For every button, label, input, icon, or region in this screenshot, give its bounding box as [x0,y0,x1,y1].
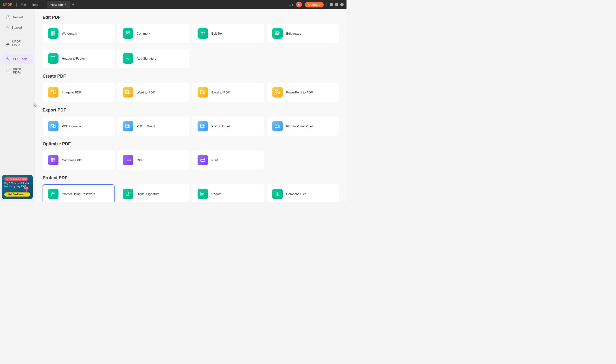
svg-rect-69 [126,158,127,159]
pdf-to-image-icon [48,121,58,131]
tool-watermark[interactable]: Watermark [42,24,114,43]
pdf-to-word-label: PDF to Word [137,124,155,128]
nav-file[interactable]: File [19,2,28,7]
edit-text-icon: T [197,28,208,39]
tool-edit-image[interactable]: Edit Image [267,24,339,43]
add-signature-icon [123,53,133,64]
upgrade-button[interactable]: Upgrade [305,2,324,7]
tool-pdf-to-word[interactable]: W PDF to Word [117,117,189,136]
watermark-label: Watermark [62,32,77,35]
tool-pdf-to-image[interactable]: PDF to Image [42,117,114,136]
tool-compare-files[interactable]: Compare Files [267,184,339,202]
print-label: Print [211,158,218,162]
comment-icon [123,28,133,39]
titlebar: UPDF | File Help New Tab × + 1 ▾ U Upgra… [0,0,347,9]
tab-add-button[interactable]: + [70,1,76,8]
compare-files-label: Compare Files [286,192,307,196]
ocr-icon: OCR [123,155,133,165]
app-body: 🕐 Recent ☆ Starred ☁ UPDF Cloud 🔧 PDF To… [0,9,347,202]
export-pdf-title: Export PDF [42,108,339,113]
recent-icon: 🕐 [6,15,11,19]
window-controls: — □ × [330,3,344,6]
version-number: 1 [289,3,291,6]
svg-text:W: W [128,126,130,128]
sidebar-item-updf-cloud[interactable]: ☁ UPDF Cloud [2,37,33,49]
add-signature-label: Add Signature [137,57,156,60]
sidebar-item-pdf-tools[interactable]: 🔧 PDF Tools [2,54,33,64]
export-pdf-grid: PDF to Image W PDF to Word [42,117,339,136]
tool-ocr[interactable]: OCR OCR [117,150,189,170]
svg-rect-13 [51,56,55,57]
edit-image-label: Edit Image [286,32,301,35]
svg-rect-63 [51,158,53,160]
svg-rect-0 [51,31,53,34]
tool-pdf-to-excel[interactable]: PDF to Excel [192,117,264,136]
svg-text:T: T [201,31,203,35]
svg-rect-2 [51,34,53,36]
svg-rect-3 [53,34,55,36]
svg-rect-70 [129,158,130,159]
close-button[interactable]: × [340,3,344,6]
tool-header-footer[interactable]: Header & Footer [42,49,114,68]
excel-to-pdf-icon [197,87,208,98]
sidebar-item-starred[interactable]: ☆ Starred [2,23,33,32]
sidebar-item-batch-pdfs[interactable]: 📄 Batch PDFs [2,65,33,77]
svg-line-7 [204,32,205,33]
ocr-label: OCR [137,158,144,162]
tab-new[interactable]: New Tab × [47,1,70,8]
svg-rect-73 [201,158,205,160]
tab-close-button[interactable]: × [65,3,66,6]
sidebar-divider-2 [4,52,31,52]
tool-add-signature[interactable]: Add Signature [117,49,189,68]
tool-redact[interactable]: Redact [192,184,264,202]
avatar[interactable]: U [296,2,302,7]
sidebar-toggle[interactable]: ◁ [33,103,37,108]
svg-rect-14 [51,60,55,60]
digital-signature-label: Digital Signature [137,192,160,196]
version-badge[interactable]: 1 ▾ [289,3,293,6]
titlebar-right: 1 ▾ U Upgrade — □ × [289,2,344,7]
tool-digital-signature[interactable]: Digital Signature [117,184,189,202]
tool-word-to-pdf[interactable]: W Word to PDF [117,83,189,102]
excel-to-pdf-label: Excel to PDF [211,91,230,94]
tool-print[interactable]: Print [192,150,264,170]
svg-rect-65 [51,160,53,162]
sidebar-divider [4,35,31,35]
nav-help[interactable]: Help [30,2,40,7]
svg-rect-51 [200,124,203,128]
titlebar-divider: | [16,2,17,7]
tool-protect-password[interactable]: Protect Using Password [42,184,114,202]
edit-pdf-title: Edit PDF [42,15,339,20]
tool-compress[interactable]: Compress PDF [42,150,114,170]
edit-image-icon [272,28,283,39]
tool-pdf-to-ppt[interactable]: PDF to PowerPoint [267,117,339,136]
tool-excel-to-pdf[interactable]: Excel to PDF [192,83,264,102]
word-to-pdf-icon: W [123,87,133,98]
pdf-to-excel-label: PDF to Excel [211,124,230,128]
svg-rect-45 [126,124,128,128]
svg-rect-71 [126,161,127,162]
tool-ppt-to-pdf[interactable]: PowerPoint to PDF [267,83,339,102]
maximize-button[interactable]: □ [335,3,338,6]
svg-text:W: W [126,91,128,93]
pdf-to-image-label: PDF to Image [62,124,81,128]
header-footer-icon [48,53,58,64]
svg-rect-34 [275,91,278,93]
svg-point-76 [204,160,205,160]
svg-rect-1 [53,31,55,34]
minimize-button[interactable]: — [330,3,333,6]
main-content: Edit PDF Watermark [35,9,347,202]
app-logo: UPDF [3,3,12,6]
tool-image-to-pdf[interactable]: Image to PDF [42,83,114,102]
comment-label: Comment [137,32,150,35]
tool-comment[interactable]: Comment [117,24,189,43]
digital-signature-icon [123,189,133,199]
svg-text:OCR: OCR [127,159,131,161]
redact-icon [197,189,208,199]
promo-deal-button[interactable]: Get Deal Now → [4,193,30,196]
sidebar: 🕐 Recent ☆ Starred ☁ UPDF Cloud 🔧 PDF To… [0,9,35,202]
tool-edit-text[interactable]: T Edit Text [192,24,264,43]
tab-label: New Tab [51,3,63,6]
sidebar-item-recent[interactable]: 🕐 Recent [2,13,33,22]
create-pdf-grid: Image to PDF W Word to PDF [42,83,339,102]
